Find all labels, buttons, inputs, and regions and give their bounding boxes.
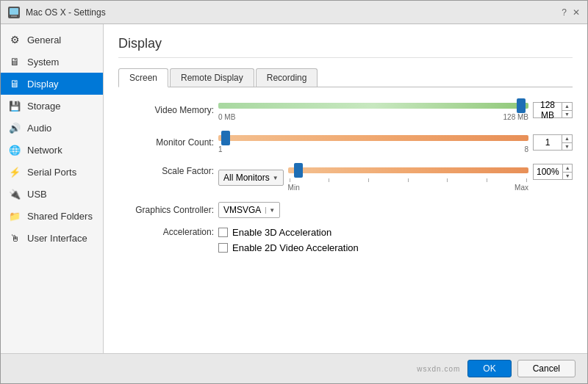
video-memory-min: 0 MB [218,113,235,121]
video-memory-up[interactable]: ▲ [562,103,572,111]
video-memory-slider-container: 0 MB 128 MB [218,99,528,121]
graphics-select-arrow[interactable]: ▼ [265,207,275,214]
sidebar-item-audio[interactable]: Audio [1,117,103,139]
ui-icon [8,231,21,244]
scale-factor-row: Scale Factor: All Monitors ▼ [118,164,573,192]
sidebar-item-usb[interactable]: USB [1,183,103,205]
svg-rect-1 [10,8,18,15]
video-memory-value: 128 MB [534,100,562,120]
scale-factor-thumb[interactable] [294,163,303,178]
close-button[interactable]: ✕ [573,7,580,18]
video-memory-labels: 0 MB 128 MB [218,113,528,121]
content-area: Display Screen Remote Display Recording … [104,24,587,353]
graphics-controller-value: VMSVGA [223,205,261,215]
video-memory-label: Video Memory: [118,105,214,115]
sidebar-label-shared-folders: Shared Folders [27,211,93,222]
scale-factor-dropdown[interactable]: All Monitors ▼ [218,170,284,186]
ok-button[interactable]: OK [467,360,511,377]
sidebar-label-serial-ports: Serial Ports [27,167,76,178]
monitor-count-max: 8 [524,145,528,153]
display-icon [8,77,21,90]
monitor-count-track[interactable] [218,131,528,145]
titlebar-buttons: ? ✕ [562,7,580,18]
scale-factor-label: Scale Factor: [118,164,214,176]
tick-2 [329,178,329,182]
scale-factor-slider-container: Min Max [288,164,528,192]
svg-rect-2 [11,15,17,17]
monitor-count-thumb[interactable] [221,131,230,145]
scale-factor-ticks [288,178,528,182]
tick-1 [290,178,290,182]
sidebar-item-storage[interactable]: Storage [1,95,103,117]
footer: wsxdn.com OK Cancel [1,353,587,383]
sidebar-item-shared-folders[interactable]: Shared Folders [1,205,103,227]
checkbox-3d[interactable] [218,228,228,237]
sidebar-item-serial-ports[interactable]: Serial Ports [1,161,103,183]
sidebar-label-display: Display [27,79,59,90]
cancel-button[interactable]: Cancel [517,360,576,377]
main-body: GeneralSystemDisplayStorageAudioNetworkS… [1,24,587,353]
monitor-count-min: 1 [218,145,223,153]
graphics-controller-row: Graphics Controller: VMSVGA ▼ [118,202,573,218]
sidebar-item-network[interactable]: Network [1,139,103,161]
network-icon [8,143,21,156]
scale-factor-labels: Min Max [288,184,528,192]
tick-6 [487,178,487,182]
monitor-count-spinbox[interactable]: 1 ▲ ▼ [533,134,573,151]
video-memory-max: 128 MB [503,113,528,121]
video-memory-spinbox[interactable]: 128 MB ▲ ▼ [533,102,573,118]
video-memory-thumb[interactable] [517,98,526,113]
monitor-count-up[interactable]: ▲ [562,135,572,143]
scale-factor-arrows: ▲ ▼ [562,164,573,179]
tick-5 [447,178,448,182]
monitor-count-arrows: ▲ ▼ [562,135,572,150]
sidebar-item-user-interface[interactable]: User Interface [1,227,103,249]
graphics-controller-select[interactable]: VMSVGA ▼ [218,202,280,218]
video-memory-arrows: ▲ ▼ [562,103,572,117]
dropdown-chevron: ▼ [273,175,279,181]
sidebar-item-system[interactable]: System [1,51,103,73]
sidebar-item-general[interactable]: General [1,29,103,51]
settings-window: Mac OS X - Settings ? ✕ GeneralSystemDis… [0,0,588,384]
scale-factor-min: Min [288,184,300,192]
sidebar-label-audio: Audio [27,123,51,134]
window-title: Mac OS X - Settings [26,7,556,18]
monitor-count-labels: 1 8 [218,145,528,153]
shared-icon [8,209,21,222]
scale-factor-value: 100% [534,167,562,177]
monitor-count-value: 1 [534,137,562,148]
acceleration-row: Acceleration: Enable 3D Acceleration Ena… [118,227,573,253]
tab-remote-display[interactable]: Remote Display [170,68,254,87]
scale-factor-track[interactable] [288,164,528,177]
general-icon [8,33,21,46]
acceleration-2d-row: Enable 2D Video Acceleration [218,242,359,253]
sidebar-label-storage: Storage [27,101,61,112]
tab-recording[interactable]: Recording [256,68,318,87]
sidebar-label-usb: USB [27,189,47,200]
scale-factor-down[interactable]: ▼ [563,173,573,180]
titlebar-icon [8,7,20,18]
acceleration-label: Acceleration: [118,227,214,237]
help-button[interactable]: ? [562,7,567,18]
scale-factor-up[interactable]: ▲ [563,164,573,173]
monitor-count-slider-container: 1 8 [218,131,528,153]
scale-factor-bg [288,167,528,173]
storage-icon [8,99,21,112]
checkbox-2d-label: Enable 2D Video Acceleration [232,242,359,253]
serial-icon [8,165,21,178]
sidebar: GeneralSystemDisplayStorageAudioNetworkS… [1,24,104,353]
sidebar-label-network: Network [27,145,62,156]
scale-factor-dropdown-value: All Monitors [223,173,270,183]
tick-3 [368,178,369,182]
monitor-count-down[interactable]: ▼ [562,143,572,151]
system-icon [8,55,21,68]
sidebar-item-display[interactable]: Display [1,73,103,95]
sidebar-label-general: General [27,35,61,46]
tick-4 [408,178,409,182]
scale-factor-spinbox[interactable]: 100% ▲ ▼ [533,164,573,180]
checkbox-2d[interactable] [218,243,228,253]
video-memory-down[interactable]: ▼ [562,111,572,118]
video-memory-slider-track[interactable] [218,99,528,112]
video-memory-row: Video Memory: 0 MB 128 MB 128 MB [118,99,573,121]
tab-screen[interactable]: Screen [118,68,168,87]
